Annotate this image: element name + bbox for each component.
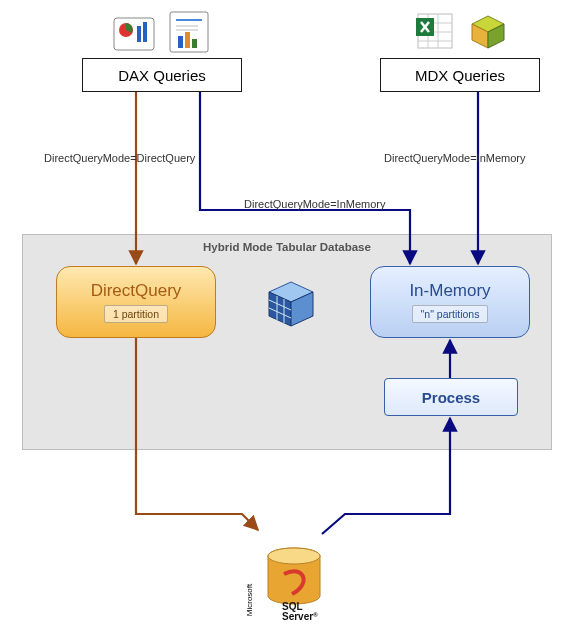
edge-sql-to-process xyxy=(322,418,450,534)
edge-directquery-to-sql xyxy=(136,338,258,530)
edge-dax-to-inmemory xyxy=(200,92,410,264)
edge-label-dax-directquery: DirectQueryMode=DirectQuery xyxy=(44,152,195,164)
edge-label-dax-inmemory: DirectQueryMode=InMemory xyxy=(244,198,386,210)
edge-label-mdx-inmemory: DirectQueryMode=InMemory xyxy=(384,152,526,164)
